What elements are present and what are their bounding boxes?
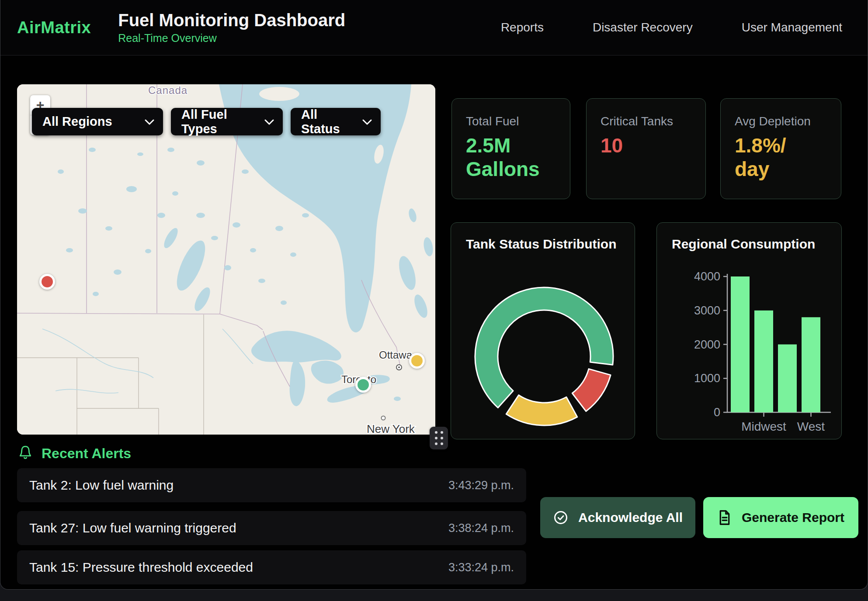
alert-timestamp: 3:43:29 p.m. — [448, 479, 514, 492]
stat-value: 10 — [601, 134, 691, 157]
tank-status-panel: Tank Status Distribution — [451, 222, 635, 439]
tank-status-doughnut-chart — [451, 223, 635, 439]
tank-map[interactable]: Canada Ottawa Toronto New York + − All R… — [17, 84, 435, 435]
svg-text:Midwest: Midwest — [741, 420, 786, 433]
stat-card-avg-depletion: Avg Depletion 1.8%/ day — [720, 98, 841, 199]
acknowledge-all-button[interactable]: Acknowledge All — [540, 497, 695, 538]
stat-value: 1.8%/ day — [735, 134, 827, 181]
stat-value: 2.5M Gallons — [466, 134, 556, 181]
svg-text:2000: 2000 — [694, 338, 720, 351]
stat-label: Total Fuel — [466, 114, 556, 128]
nav-user-management[interactable]: User Management — [742, 21, 842, 35]
svg-text:1000: 1000 — [694, 372, 720, 385]
stat-card-total-fuel: Total Fuel 2.5M Gallons — [451, 98, 570, 199]
brand-logo: AirMatrix — [17, 18, 91, 37]
svg-text:4000: 4000 — [694, 270, 720, 283]
title-block: Fuel Monitoring Dashboard Real-Time Over… — [118, 11, 345, 45]
alert-message: Tank 15: Pressure threshold exceeded — [29, 560, 253, 575]
top-bar: AirMatrix Fuel Monitoring Dashboard Real… — [0, 0, 868, 55]
acknowledge-all-label: Acknowledge All — [578, 510, 683, 525]
chevron-down-icon — [362, 119, 372, 125]
drag-handle[interactable] — [430, 427, 448, 449]
fuel-filter-value: All Fuel Types — [181, 107, 253, 136]
generate-report-label: Generate Report — [742, 510, 844, 525]
alert-timestamp: 3:38:24 p.m. — [448, 522, 514, 535]
alerts-title: Recent Alerts — [42, 446, 131, 462]
app-window: AirMatrix Fuel Monitoring Dashboard Real… — [0, 0, 868, 590]
regional-consumption-bar-chart: 01000200030004000MidwestWest — [657, 223, 841, 439]
bell-icon — [18, 445, 33, 462]
svg-text:3000: 3000 — [694, 304, 720, 317]
region-filter-dropdown[interactable]: All Regions — [32, 108, 163, 135]
check-circle-icon — [553, 510, 569, 525]
report-file-icon — [717, 510, 732, 525]
nav-disaster-recovery[interactable]: Disaster Recovery — [593, 21, 693, 35]
status-filter-dropdown[interactable]: All Status — [291, 108, 381, 135]
nav-reports[interactable]: Reports — [501, 21, 544, 35]
map-markers — [17, 84, 435, 435]
alert-row[interactable]: Tank 2: Low fuel warning 3:43:29 p.m. — [17, 468, 526, 502]
alert-message: Tank 2: Low fuel warning — [29, 478, 174, 493]
generate-report-button[interactable]: Generate Report — [703, 497, 858, 538]
stat-label: Avg Depletion — [735, 114, 827, 128]
page-title: Fuel Monitoring Dashboard — [118, 11, 345, 29]
alert-timestamp: 3:33:24 p.m. — [448, 561, 514, 574]
status-filter-value: All Status — [301, 107, 351, 136]
alert-row[interactable]: Tank 15: Pressure threshold exceeded 3:3… — [17, 550, 526, 584]
svg-text:West: West — [797, 420, 825, 433]
region-filter-value: All Regions — [42, 114, 112, 129]
map-filters: All Regions All Fuel Types All Status — [32, 108, 381, 135]
tank-marker-warning[interactable] — [409, 353, 425, 369]
chevron-down-icon — [145, 119, 154, 125]
svg-text:0: 0 — [714, 406, 720, 419]
alert-message: Tank 27: Low fuel warning triggered — [29, 521, 236, 535]
regional-consumption-panel: Regional Consumption 01000200030004000Mi… — [656, 222, 842, 439]
alerts-header: Recent Alerts — [18, 445, 131, 462]
chevron-down-icon — [264, 119, 274, 125]
fuel-type-filter-dropdown[interactable]: All Fuel Types — [171, 108, 283, 135]
alert-row[interactable]: Tank 27: Low fuel warning triggered 3:38… — [17, 511, 526, 545]
stat-label: Critical Tanks — [601, 114, 691, 128]
main-nav: Reports Disaster Recovery User Managemen… — [501, 21, 842, 35]
page-subtitle: Real-Time Overview — [118, 32, 345, 45]
tank-marker-normal[interactable] — [355, 377, 371, 393]
stat-card-critical-tanks: Critical Tanks 10 — [586, 98, 706, 199]
tank-marker-critical[interactable] — [39, 274, 55, 290]
